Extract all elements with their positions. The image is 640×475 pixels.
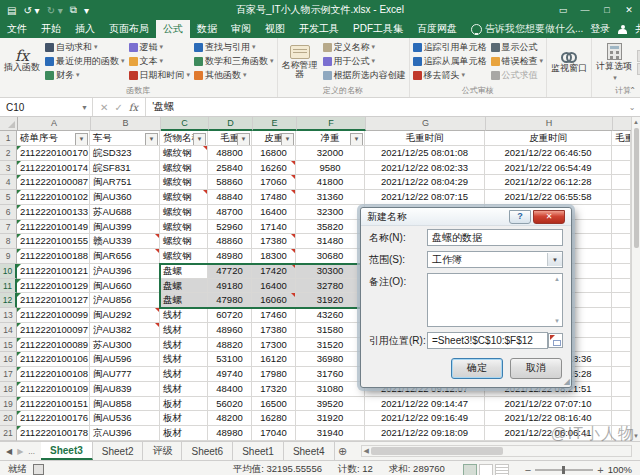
zoom-in-icon[interactable]: +: [597, 464, 603, 475]
column-header-F[interactable]: F: [297, 117, 366, 131]
cell[interactable]: 56020: [208, 397, 252, 412]
cell[interactable]: [612, 279, 631, 294]
cell[interactable]: 17420: [252, 264, 296, 279]
cell[interactable]: 2021/12/22 09:18:09: [365, 426, 485, 441]
cell[interactable]: 53100: [208, 352, 252, 367]
cell[interactable]: 48820: [208, 338, 252, 353]
cell[interactable]: 苏AU688: [90, 205, 160, 220]
ribbon-tab-数据[interactable]: 数据: [190, 20, 224, 38]
cell[interactable]: 2112220100099: [17, 308, 90, 323]
cell[interactable]: 2112220100188: [17, 249, 90, 264]
cell[interactable]: 螺纹钢: [160, 190, 208, 205]
cell[interactable]: 毛重▼: [208, 131, 252, 146]
cell[interactable]: 皖SD323: [90, 146, 160, 161]
insert-function-button[interactable]: fx 插入函数: [1, 39, 43, 85]
cell[interactable]: 2112220100151: [17, 397, 90, 412]
ok-button[interactable]: 确定: [451, 358, 503, 379]
cell[interactable]: 25840: [208, 161, 252, 176]
minimize-icon[interactable]: —: [574, 0, 596, 20]
cell[interactable]: 17300: [252, 338, 296, 353]
cell[interactable]: 31080: [296, 382, 365, 397]
maximize-icon[interactable]: □: [596, 0, 618, 20]
cell[interactable]: 17380: [252, 323, 296, 338]
cell[interactable]: 30680: [296, 249, 365, 264]
row-header-5[interactable]: 5: [0, 190, 17, 205]
cell[interactable]: 毛重时间: [365, 131, 485, 146]
ribbon-item-日期和时间[interactable]: 日期和时间▾: [127, 68, 193, 82]
cell[interactable]: 30300: [296, 264, 365, 279]
cell[interactable]: 60720: [208, 308, 252, 323]
collapse-range-picker-icon[interactable]: [548, 333, 563, 348]
cell[interactable]: 闽AU596: [90, 352, 160, 367]
insert-function-icon[interactable]: fx: [129, 102, 138, 113]
column-header-E[interactable]: E: [253, 117, 297, 131]
cell[interactable]: 闽AU360: [90, 190, 160, 205]
cell[interactable]: 48400: [208, 382, 252, 397]
cell[interactable]: 47720: [208, 264, 252, 279]
ribbon-display-options-icon[interactable]: ▭: [552, 0, 574, 20]
ribbon-tab-公式[interactable]: 公式: [156, 20, 190, 38]
cell[interactable]: 17320: [252, 382, 296, 397]
normal-view-button[interactable]: [463, 464, 477, 475]
cell[interactable]: [612, 264, 631, 279]
ribbon-item-追踪引用单元格[interactable]: 追踪引用单元格: [411, 40, 489, 54]
column-header-A[interactable]: A: [18, 117, 91, 131]
cell[interactable]: 2021/12/25 08:01:08: [365, 146, 485, 161]
cell[interactable]: 螺纹钢: [160, 161, 208, 176]
row-header-2[interactable]: 2: [0, 146, 17, 161]
dialog-help-icon[interactable]: ?: [509, 210, 531, 224]
watch-window-button[interactable]: 监视窗口: [548, 39, 590, 85]
cell[interactable]: 2112220100174: [17, 161, 90, 176]
cell[interactable]: 车号▼: [90, 131, 160, 146]
collapse-ribbon-icon[interactable]: ⌃: [629, 86, 636, 95]
cell[interactable]: 18300: [252, 249, 296, 264]
cell[interactable]: 盘螺: [160, 293, 208, 308]
cell[interactable]: 2112220100127: [17, 293, 90, 308]
cell[interactable]: 2021/12/22 06:06:41: [485, 426, 612, 441]
cell[interactable]: [612, 190, 631, 205]
name-box[interactable]: C10 ▼: [0, 98, 93, 116]
cell[interactable]: 31760: [296, 367, 365, 382]
cell[interactable]: 2021/12/22 06:54:49: [485, 161, 612, 176]
cell[interactable]: 苏AU300: [90, 338, 160, 353]
ribbon-tab-插入[interactable]: 插入: [68, 20, 102, 38]
cell[interactable]: 16400: [252, 205, 296, 220]
row-header-21[interactable]: 21: [0, 426, 17, 441]
cell[interactable]: 2021/12/22 08:16:40: [485, 411, 612, 426]
cell[interactable]: [612, 382, 631, 397]
cell[interactable]: 板材: [160, 426, 208, 441]
sheet-tab-Sheet6[interactable]: Sheet6: [182, 442, 233, 460]
ribbon-tab-开发工具[interactable]: 开发工具: [292, 20, 346, 38]
cell[interactable]: 闽AR751: [90, 175, 160, 190]
cell[interactable]: 线材: [160, 352, 208, 367]
ribbon-tab-审阅[interactable]: 审阅: [224, 20, 258, 38]
cell[interactable]: 48700: [208, 205, 252, 220]
cell[interactable]: 31940: [296, 426, 365, 441]
cell[interactable]: 闽AU660: [90, 279, 160, 294]
row-header-9[interactable]: 9: [0, 249, 17, 264]
refers-to-field[interactable]: =Sheet3!$C$10:$F$12: [427, 332, 548, 349]
ribbon-item-自动求和[interactable]: 自动求和▾: [43, 40, 127, 54]
cell[interactable]: 48960: [208, 323, 252, 338]
filter-dropdown-icon[interactable]: ▼: [350, 133, 363, 146]
row-header-3[interactable]: 3: [0, 161, 17, 176]
ribbon-item-定义名称[interactable]: 定义名称▾: [321, 40, 408, 54]
calculation-options-button[interactable]: 计算选项 ▾: [593, 39, 635, 85]
cell[interactable]: 48980: [208, 249, 252, 264]
cell[interactable]: 16800: [252, 146, 296, 161]
cell[interactable]: 48860: [208, 234, 252, 249]
row-header-18[interactable]: 18: [0, 382, 17, 397]
formula-input[interactable]: '盘螺: [146, 98, 624, 116]
dialog-title-bar[interactable]: 新建名称 ? ✕: [361, 208, 571, 226]
column-header-partial[interactable]: [613, 117, 632, 131]
row-header-11[interactable]: 11: [0, 279, 17, 294]
cell[interactable]: 32300: [296, 205, 365, 220]
scroll-up-icon[interactable]: ▲: [633, 117, 639, 127]
column-header-G[interactable]: G: [366, 117, 486, 131]
row-header-8[interactable]: 8: [0, 234, 17, 249]
cell[interactable]: 螺纹钢: [160, 249, 208, 264]
cell[interactable]: 48840: [208, 190, 252, 205]
cell[interactable]: 毛重: [612, 131, 631, 146]
row-header-14[interactable]: 14: [0, 323, 17, 338]
cell[interactable]: 31580: [296, 323, 365, 338]
